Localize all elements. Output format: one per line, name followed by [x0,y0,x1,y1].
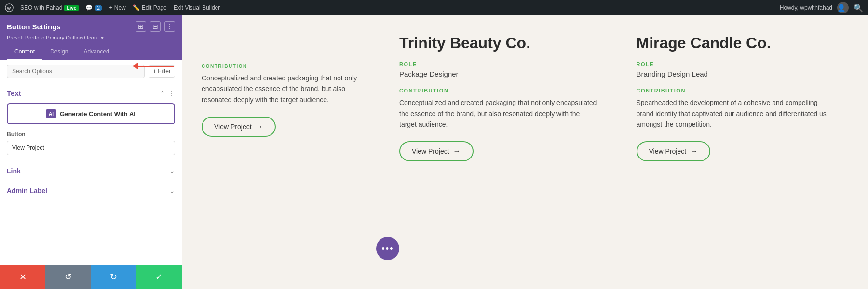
live-badge: Live [64,5,79,11]
edit-page-link[interactable]: ✏️ Edit Page [133,4,167,11]
content-area: CONTRIBUTION Conceptualized and created … [182,15,868,289]
grid-large-icon[interactable]: ⊟ [150,21,161,32]
mirage-company-name: Mirage Candle Co. [637,35,835,52]
section-controls: ⌃ ⋮ [160,90,175,97]
mirage-role-label: ROLE [637,61,835,67]
new-post-link[interactable]: + New [109,4,125,11]
panel-body: Text ⌃ ⋮ AI Generate Content With AI But… [0,83,182,265]
button-text-input[interactable] [7,141,175,155]
exit-builder-link[interactable]: Exit Visual Builder [174,4,220,11]
redo-button[interactable]: ↻ [91,265,136,289]
trinity-role-value: Package Designer [399,70,597,78]
tab-advanced[interactable]: Advanced [76,44,117,60]
main-wrapper: Button Settings ⊞ ⊟ ⋮ Preset: Portfolio … [0,15,868,289]
text-section-header: Text ⌃ ⋮ [0,83,182,101]
action-bar: ✕ ↺ ↻ ✓ [0,265,182,289]
cancel-button[interactable]: ✕ [0,265,45,289]
save-button[interactable]: ✓ [136,265,182,289]
arrow-right-icon-trinity: → [453,147,461,156]
cards-container: CONTRIBUTION Conceptualized and created … [197,25,854,279]
link-section[interactable]: Link ⌄ [0,161,182,181]
link-section-title: Link [7,167,21,175]
search-row: + Filter [0,60,182,83]
button-label-section: Button [0,131,182,161]
grid-small-icon[interactable]: ⊞ [136,21,146,32]
more-options-icon[interactable]: ⋮ [164,21,175,32]
card-mirage: Mirage Candle Co. ROLE Branding Design L… [617,25,854,279]
panel-header-top: Button Settings ⊞ ⊟ ⋮ [7,21,175,32]
floating-action-button[interactable]: ••• [376,237,399,260]
howdy-text: Howdy, wpwithfahad [780,4,832,11]
view-project-button-mirage[interactable]: View Project → [637,141,711,161]
preset-dropdown-icon[interactable]: ▼ [100,35,105,40]
admin-bar: W SEO with Fahad Live 💬 2 + New ✏️ Edit … [0,0,868,15]
link-chevron-icon: ⌄ [169,167,175,175]
svg-text:W: W [7,6,11,11]
trinity-company-name: Trinity Beauty Co. [399,35,597,52]
search-icon[interactable]: 🔍 [854,3,863,13]
search-options-input[interactable] [7,65,145,78]
undo-button[interactable]: ↺ [45,265,91,289]
arrow-right-icon-mirage: → [690,147,698,156]
admin-label-section-title: Admin Label [7,187,47,195]
admin-label-section[interactable]: Admin Label ⌄ [0,181,182,200]
settings-panel: Button Settings ⊞ ⊟ ⋮ Preset: Portfolio … [0,15,182,289]
preset-label: Preset: Portfolio Primary Outlined Icon [7,35,97,40]
ai-generate-button[interactable]: AI Generate Content With AI [7,103,175,124]
arrow-right-icon: → [256,122,263,131]
admin-bar-right: Howdy, wpwithfahad 👤 🔍 [780,2,863,13]
trinity-contribution-text: Conceptualized and created packaging tha… [399,97,597,130]
trinity-role-label: ROLE [399,61,597,67]
fab-dots-icon: ••• [382,244,394,254]
preset-row: Preset: Portfolio Primary Outlined Icon … [7,35,175,40]
mirage-contribution-text: Spearheaded the development of a cohesiv… [637,97,835,130]
admin-label-chevron-icon: ⌄ [169,187,175,195]
button-field-label: Button [7,131,175,138]
wp-logo-link[interactable]: W [5,3,14,12]
section-more-icon[interactable]: ⋮ [168,90,175,97]
collapse-icon[interactable]: ⌃ [160,90,165,97]
mirage-role-value: Branding Design Lead [637,70,835,78]
panel-title: Button Settings [7,23,61,31]
card-partial: CONTRIBUTION Conceptualized and created … [197,25,380,279]
tab-design[interactable]: Design [42,44,76,60]
trinity-contribution-label: CONTRIBUTION [399,88,597,93]
site-name[interactable]: SEO with Fahad Live [20,4,79,11]
panel-header-icons: ⊞ ⊟ ⋮ [136,21,175,32]
panel-tabs: Content Design Advanced [0,44,182,60]
partial-contribution-label: CONTRIBUTION [202,64,360,69]
comments-link[interactable]: 💬 2 [85,4,102,11]
ai-icon: AI [46,109,56,118]
view-project-button-partial[interactable]: View Project → [202,117,276,137]
text-section-title: Text [7,89,21,97]
comments-count: 2 [95,5,102,11]
tab-content[interactable]: Content [7,44,42,60]
panel-header: Button Settings ⊞ ⊟ ⋮ Preset: Portfolio … [0,15,182,44]
mirage-contribution-label: CONTRIBUTION [637,88,835,93]
view-project-button-trinity[interactable]: View Project → [399,141,474,161]
user-avatar[interactable]: 👤 [837,2,849,13]
card-trinity: Trinity Beauty Co. ROLE Package Designer… [380,25,617,279]
partial-contribution-text: Conceptualized and created packaging tha… [202,73,360,105]
